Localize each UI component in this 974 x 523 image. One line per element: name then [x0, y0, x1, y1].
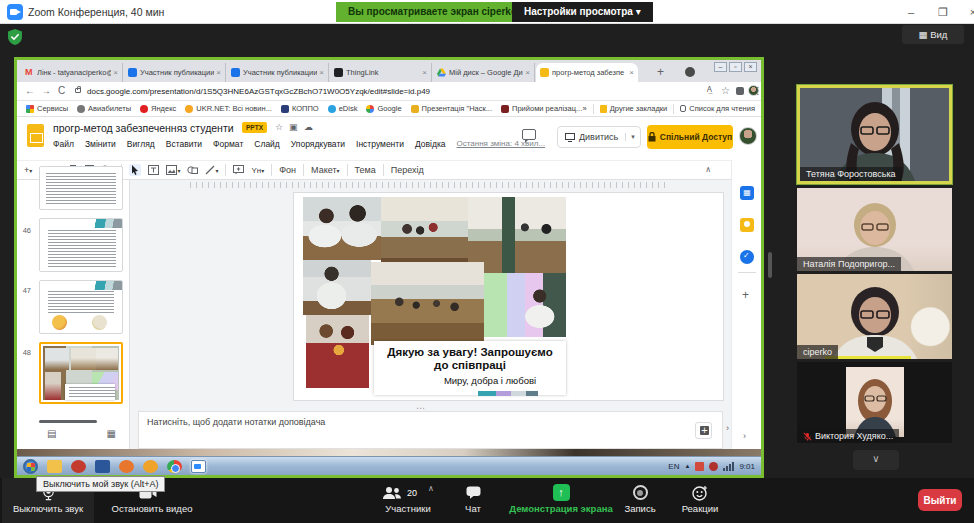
- translate-icon[interactable]: Ꭺ̲: [707, 85, 712, 95]
- cloud-status-icon[interactable]: ☁: [304, 122, 313, 132]
- bookmark-item[interactable]: Презентація "Наск...: [411, 104, 492, 113]
- browser-tab[interactable]: Мій диск – Google Ди×: [433, 63, 535, 82]
- tab-close-icon[interactable]: ×: [319, 68, 324, 77]
- tray-icon[interactable]: [695, 462, 704, 471]
- tab-close-icon[interactable]: ×: [629, 68, 634, 77]
- tab-close-icon[interactable]: ×: [216, 68, 221, 77]
- app-taskbar-icon[interactable]: [119, 460, 134, 473]
- participant-video-active-speaker[interactable]: Тетяна Форостовська: [797, 85, 952, 184]
- new-slide-button[interactable]: + ▾: [24, 165, 32, 175]
- tray-expand-icon[interactable]: ▲: [684, 463, 690, 469]
- panel-collapse-arrow-icon[interactable]: ›: [726, 423, 729, 433]
- user-avatar[interactable]: [739, 127, 757, 145]
- participant-video[interactable]: Наталія Подопригор...: [797, 188, 952, 271]
- reading-list[interactable]: Список для чтения: [680, 104, 755, 113]
- menu-tools[interactable]: Інструменти: [356, 139, 404, 149]
- move-folder-icon[interactable]: ▣: [289, 122, 298, 132]
- comments-icon[interactable]: [522, 129, 536, 140]
- menu-arrange[interactable]: Упорядкувати: [291, 139, 345, 149]
- participants-button[interactable]: 20 ∧ Участники: [358, 478, 458, 523]
- insert-line-icon[interactable]: ▾: [205, 165, 218, 175]
- tasks-icon[interactable]: [740, 250, 754, 264]
- insert-comment-icon[interactable]: [233, 165, 244, 175]
- transition-button[interactable]: Перехід: [391, 165, 424, 175]
- app-taskbar-icon[interactable]: [143, 460, 158, 473]
- participants-caret[interactable]: ∧: [428, 484, 434, 493]
- view-mode-button[interactable]: Дивитись ▾: [557, 126, 641, 148]
- url-text[interactable]: docs.google.com/presentation/d/1S5Q3HNE6…: [87, 87, 430, 96]
- participant-video[interactable]: ciperko: [797, 274, 952, 359]
- slide-thumbnail-45[interactable]: [39, 166, 123, 210]
- network-icon[interactable]: [723, 462, 734, 471]
- reload-icon[interactable]: C: [58, 85, 65, 96]
- tray-icon[interactable]: [709, 462, 718, 471]
- language-indicator[interactable]: EN: [668, 462, 679, 471]
- slide-thumbnail-47[interactable]: [39, 280, 123, 334]
- select-cursor-icon[interactable]: [129, 164, 141, 176]
- extensions-icon[interactable]: [736, 87, 744, 95]
- tabstrip-circle-icon[interactable]: [685, 67, 695, 77]
- leave-meeting-button[interactable]: Выйти: [918, 489, 962, 511]
- view-layout-button[interactable]: ▦ Вид: [902, 25, 964, 44]
- menu-file[interactable]: Файл: [53, 139, 74, 149]
- menu-slide[interactable]: Слайд: [254, 139, 280, 149]
- participants-collapse-button[interactable]: ∨: [853, 450, 899, 470]
- document-title[interactable]: прогр-метод забезпеченняз студенти: [53, 122, 234, 134]
- slide-thumbnail-48-selected[interactable]: [39, 342, 123, 404]
- reactions-button[interactable]: Реакции: [668, 478, 732, 523]
- slide-thumbnail-46[interactable]: [39, 218, 123, 272]
- tab-close-icon[interactable]: ×: [113, 68, 118, 77]
- browser-tab[interactable]: Участник публикации×: [124, 63, 226, 82]
- explorer-taskbar-icon[interactable]: [47, 460, 62, 473]
- restore-button[interactable]: ❐: [928, 0, 958, 24]
- menu-format[interactable]: Формат: [213, 139, 243, 149]
- insert-image-icon[interactable]: ▾: [166, 165, 180, 175]
- bookmark-item[interactable]: UKR.NET: Всі новин...: [185, 104, 272, 113]
- grid-view-icon[interactable]: ▦: [107, 428, 116, 439]
- browser-tab[interactable]: ThingLink×: [330, 63, 432, 82]
- browser-tab[interactable]: MЛінк - tatyanaciperko@×: [21, 63, 123, 82]
- bookmark-item[interactable]: Авиабилеты: [77, 104, 131, 113]
- last-edit-link[interactable]: Остання зміна: 4 хвил...: [457, 139, 546, 149]
- bookmark-item[interactable]: КОППО: [281, 104, 319, 113]
- star-document-icon[interactable]: ☆: [275, 122, 283, 132]
- browser-tab-active[interactable]: прогр-метод забезпе×: [536, 63, 638, 82]
- bookmark-star-icon[interactable]: ☆: [721, 85, 730, 96]
- browser-tab[interactable]: Участник публикации×: [227, 63, 329, 82]
- close-button[interactable]: ×: [958, 0, 974, 24]
- bookmark-item[interactable]: eDisk: [328, 104, 358, 113]
- new-tab-button[interactable]: +: [657, 65, 664, 79]
- other-bookmarks[interactable]: Другие закладки: [600, 104, 667, 113]
- menu-insert[interactable]: Вставити: [166, 139, 202, 149]
- participant-video-muted[interactable]: Виктория Худяко...: [797, 362, 952, 443]
- notes-add-button[interactable]: [695, 422, 712, 439]
- filmstrip-view-icon[interactable]: ▤: [47, 428, 56, 439]
- layout-button[interactable]: Макет ▾: [311, 165, 340, 175]
- chat-button[interactable]: Чат: [448, 478, 498, 523]
- clock[interactable]: 9:01: [739, 462, 755, 471]
- speaker-notes[interactable]: Натисніть, щоб додати нотатки доповідача: [138, 411, 723, 449]
- view-mode-caret[interactable]: ▾: [625, 133, 640, 141]
- forward-icon[interactable]: →: [41, 85, 51, 96]
- calendar-icon[interactable]: ▦: [740, 186, 754, 200]
- insert-shape-icon[interactable]: [187, 165, 198, 175]
- browser-window-controls[interactable]: –▫×: [714, 62, 757, 72]
- bookmark-item[interactable]: Прийоми реалізац...: [501, 104, 582, 113]
- security-shield-icon[interactable]: [8, 29, 22, 45]
- zoom-taskbar-icon[interactable]: [191, 460, 206, 473]
- theme-button[interactable]: Тема: [355, 165, 376, 175]
- notes-placeholder[interactable]: Натисніть, щоб додати нотатки доповідача: [147, 417, 325, 427]
- toolbar-collapse-icon[interactable]: ∧: [705, 165, 711, 174]
- app-taskbar-icon[interactable]: [95, 460, 110, 473]
- share-screen-button[interactable]: ↑ Демонстрация экрана: [498, 478, 624, 523]
- bookmarks-overflow-icon[interactable]: »: [583, 104, 587, 113]
- add-addon-icon[interactable]: +: [742, 288, 749, 302]
- tab-close-icon[interactable]: ×: [422, 68, 427, 77]
- current-slide[interactable]: Дякую за увагу! Запрошуємо до співпраці …: [294, 193, 723, 400]
- textbox-icon[interactable]: [148, 165, 159, 175]
- menu-view[interactable]: Вигляд: [127, 139, 155, 149]
- panel-resize-handle[interactable]: [768, 252, 772, 278]
- tab-close-icon[interactable]: ×: [525, 68, 530, 77]
- text-style-icon[interactable]: Yн ▾: [251, 166, 264, 175]
- menu-edit[interactable]: Змінити: [85, 139, 116, 149]
